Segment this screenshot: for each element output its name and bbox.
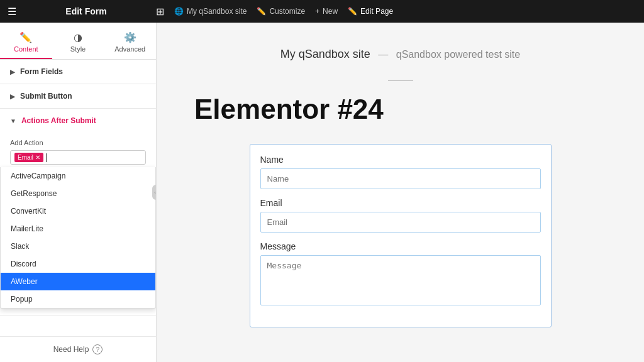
chevron-down-icon: ▼ bbox=[10, 118, 16, 124]
customize-icon: ✏️ bbox=[257, 7, 266, 16]
form-fields-header[interactable]: ▶ Form Fields bbox=[0, 60, 156, 84]
top-bar-title: Edit Form bbox=[23, 6, 150, 16]
resize-handle[interactable]: ‹› bbox=[152, 185, 157, 200]
site-title-bar: My qSandbox site — qSandbox powered test… bbox=[194, 48, 606, 61]
need-help[interactable]: Need Help ? bbox=[0, 336, 156, 362]
tab-style[interactable]: ◑ Style bbox=[52, 28, 104, 59]
add-action-label: Add Action bbox=[10, 139, 146, 146]
message-textarea[interactable] bbox=[260, 255, 541, 305]
help-icon: ? bbox=[92, 344, 103, 354]
submit-button-section: ▶ Submit Button bbox=[0, 84, 156, 109]
submit-button-header[interactable]: ▶ Submit Button bbox=[0, 84, 156, 108]
email-label: Email bbox=[260, 198, 541, 208]
sidebar: ✏️ Content ◑ Style ⚙️ Advanced ▶ Form Fi… bbox=[0, 23, 157, 362]
edit-page-link[interactable]: ✏️ Edit Page bbox=[348, 7, 393, 16]
dropdown-item-convertkit[interactable]: ConvertKit bbox=[1, 202, 155, 220]
content-tab-icon: ✏️ bbox=[19, 31, 32, 43]
top-bar-right: 🌐 My qSandbox site ✏️ Customize + New ✏️… bbox=[164, 7, 636, 16]
contact-form: Name Email Message bbox=[250, 144, 552, 327]
advanced-tab-icon: ⚙️ bbox=[124, 31, 136, 43]
canvas-area: My qSandbox site — qSandbox powered test… bbox=[157, 23, 644, 362]
site-name: My qSandbox site bbox=[280, 48, 370, 60]
chevron-right-icon-2: ▶ bbox=[10, 93, 15, 100]
grid-icon[interactable]: ⊞ bbox=[156, 6, 164, 18]
site-tagline: qSandbox powered test site bbox=[396, 49, 520, 60]
top-bar-left: ☰ Edit Form ⊞ bbox=[8, 6, 164, 18]
globe-icon: 🌐 bbox=[174, 7, 184, 16]
hamburger-icon[interactable]: ☰ bbox=[8, 6, 16, 18]
dropdown-item-popup[interactable]: Popup bbox=[1, 290, 155, 308]
top-bar: ☰ Edit Form ⊞ 🌐 My qSandbox site ✏️ Cust… bbox=[0, 0, 644, 23]
main-content: ✏️ Content ◑ Style ⚙️ Advanced ▶ Form Fi… bbox=[0, 23, 644, 362]
dropdown-item-getresponse[interactable]: GetResponse bbox=[1, 185, 155, 202]
form-field-message: Message bbox=[260, 241, 541, 308]
actions-section-body: Add Action Email ✕ ActiveCampaign GetRes… bbox=[0, 133, 156, 315]
message-label: Message bbox=[260, 241, 541, 251]
edit-icon: ✏️ bbox=[348, 7, 357, 16]
sidebar-tabs: ✏️ Content ◑ Style ⚙️ Advanced bbox=[0, 23, 156, 60]
form-fields-section: ▶ Form Fields bbox=[0, 60, 156, 84]
tag-close-icon[interactable]: ✕ bbox=[35, 154, 40, 161]
tab-advanced[interactable]: ⚙️ Advanced bbox=[104, 28, 156, 59]
text-cursor bbox=[46, 153, 47, 162]
email-input[interactable] bbox=[260, 212, 541, 233]
dropdown-item-aweber[interactable]: AWeber bbox=[1, 273, 155, 290]
page-heading: Elementor #24 bbox=[194, 94, 606, 125]
form-field-email: Email bbox=[260, 198, 541, 233]
customize-link[interactable]: ✏️ Customize bbox=[257, 7, 305, 16]
form-field-name: Name bbox=[260, 155, 541, 189]
style-tab-icon: ◑ bbox=[74, 31, 82, 43]
actions-after-submit-header[interactable]: ▼ Actions After Submit bbox=[0, 109, 156, 133]
dropdown-item-mailerlite[interactable]: MailerLite bbox=[1, 220, 155, 238]
name-label: Name bbox=[260, 155, 541, 165]
dropdown-list: ActiveCampaign GetResponse ConvertKit Ma… bbox=[0, 167, 156, 309]
plus-icon: + bbox=[315, 7, 319, 16]
tag-input-wrapper[interactable]: Email ✕ bbox=[10, 150, 146, 165]
email-tag[interactable]: Email ✕ bbox=[14, 153, 43, 162]
page-divider bbox=[388, 80, 413, 81]
tab-content[interactable]: ✏️ Content bbox=[0, 28, 52, 59]
my-site-link[interactable]: 🌐 My qSandbox site bbox=[174, 7, 247, 16]
dropdown-item-discord[interactable]: Discord bbox=[1, 255, 155, 273]
dropdown-item-activecampaign[interactable]: ActiveCampaign bbox=[1, 167, 155, 185]
name-input[interactable] bbox=[260, 168, 541, 189]
actions-after-submit-section: ▼ Actions After Submit Add Action Email … bbox=[0, 109, 156, 315]
dropdown-item-slack[interactable]: Slack bbox=[1, 238, 155, 255]
new-link[interactable]: + New bbox=[315, 7, 338, 16]
chevron-right-icon: ▶ bbox=[10, 69, 15, 75]
title-separator: — bbox=[378, 49, 388, 60]
